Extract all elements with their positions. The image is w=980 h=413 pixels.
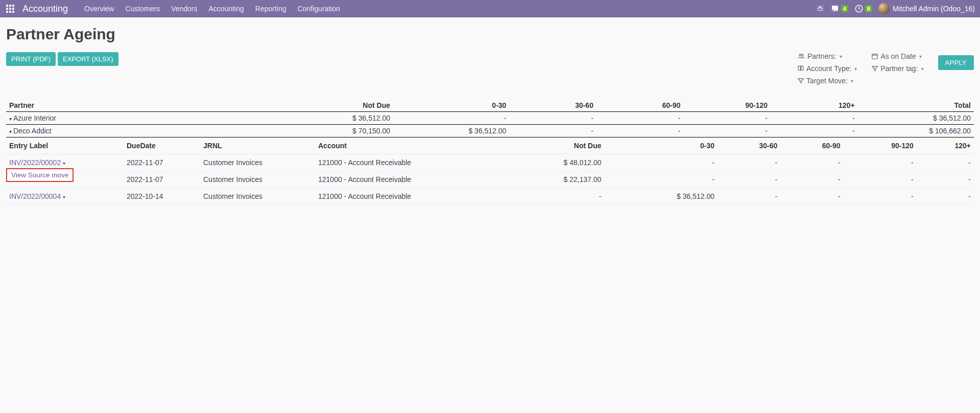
nav-overview[interactable]: Overview xyxy=(84,5,114,13)
user-menu[interactable]: Mitchell Admin (Odoo_16) xyxy=(878,3,975,14)
col-60-90: 60-90 xyxy=(596,99,684,112)
navbar-left: Accounting Overview Customers Vendors Ac… xyxy=(5,4,340,14)
cell-0-30: $ 36,512.00 xyxy=(605,188,718,205)
cell-not-due: $ 48,012.00 xyxy=(491,154,605,171)
col-total: Total xyxy=(858,99,974,112)
col-0-30: 0-30 xyxy=(393,99,509,112)
caret-down-icon[interactable]: ▾ xyxy=(63,160,65,166)
cell-60-90: - xyxy=(596,125,684,137)
filter-icon xyxy=(871,65,878,72)
cell-30-60: - xyxy=(718,188,780,205)
cell-30-60: - xyxy=(718,154,780,171)
filter-as-on-date[interactable]: As on Date ▾ xyxy=(871,52,923,60)
svg-rect-3 xyxy=(6,8,8,10)
avatar xyxy=(878,3,890,14)
nav-vendors[interactable]: Vendors xyxy=(171,5,197,13)
filter-account-type-label: Account Type: xyxy=(806,64,851,73)
svg-point-11 xyxy=(799,54,801,56)
nav-menu: Overview Customers Vendors Accounting Re… xyxy=(84,5,340,13)
svg-rect-8 xyxy=(12,11,14,13)
col-partner: Partner xyxy=(6,99,297,112)
nav-reporting[interactable]: Reporting xyxy=(255,5,286,13)
caret-down-icon: ▾ xyxy=(921,66,924,72)
app-brand[interactable]: Accounting xyxy=(22,4,68,14)
summary-row-deco[interactable]: ▾Deco Addict $ 70,150.00 $ 36,512.00 - -… xyxy=(6,125,974,137)
cell-total: $ 36,512.00 xyxy=(858,112,974,125)
apply-button[interactable]: APPLY xyxy=(938,55,974,70)
navbar-right: 4 8 Mitchell Admin (Odoo_16) xyxy=(816,3,975,14)
cell-0-30: - xyxy=(605,154,718,171)
col-90-120: 90-120 xyxy=(843,137,916,154)
cell-120: - xyxy=(771,125,858,137)
cell-60-90: - xyxy=(596,112,684,125)
activities-icon[interactable]: 8 xyxy=(854,4,872,13)
filter-icon xyxy=(797,77,804,84)
col-jrnl: JRNL xyxy=(200,137,315,154)
cell-60-90: - xyxy=(780,188,843,205)
cell-0-30: - xyxy=(605,171,718,188)
debug-icon[interactable] xyxy=(816,5,824,13)
cell-90-120: - xyxy=(843,171,916,188)
detail-header-row: Entry Label DueDate JRNL Account Not Due… xyxy=(6,137,974,154)
calendar-icon xyxy=(871,53,878,60)
nav-customers[interactable]: Customers xyxy=(125,5,160,13)
cell-jrnl: Customer Invoices xyxy=(200,154,315,171)
messages-badge: 4 xyxy=(841,5,848,12)
cell-not-due: $ 36,512.00 xyxy=(297,112,394,125)
cell-90-120: - xyxy=(683,125,771,137)
cell-due: 2022-11-07 xyxy=(124,154,200,171)
cell-jrnl: Customer Invoices xyxy=(200,171,315,188)
cell-60-90: - xyxy=(780,154,843,171)
svg-point-12 xyxy=(802,54,804,56)
users-icon xyxy=(797,53,805,60)
filter-target-move[interactable]: Target Move: ▾ xyxy=(797,77,857,85)
svg-rect-0 xyxy=(6,5,8,7)
cell-account: 121000 - Account Receivable xyxy=(315,171,491,188)
svg-rect-5 xyxy=(12,8,14,10)
cell-120: - xyxy=(917,188,974,205)
export-xlsx-button[interactable]: EXPORT (XLSX) xyxy=(58,52,118,66)
partner-name: Deco Addict xyxy=(13,127,52,135)
cell-account: 121000 - Account Receivable xyxy=(315,188,491,205)
top-navbar: Accounting Overview Customers Vendors Ac… xyxy=(0,0,980,17)
apply-cell: APPLY xyxy=(938,55,974,70)
nav-accounting[interactable]: Accounting xyxy=(208,5,244,13)
print-pdf-button[interactable]: PRINT (PDF) xyxy=(6,52,56,66)
left-actions: PRINT (PDF) EXPORT (XLSX) xyxy=(6,52,118,66)
entry-link[interactable]: INV/2022/00002 xyxy=(9,158,61,167)
col-not-due: Not Due xyxy=(491,137,605,154)
filter-target-move-label: Target Move: xyxy=(806,77,848,85)
caret-down-icon: ▾ xyxy=(919,54,922,59)
messages-icon[interactable]: 4 xyxy=(830,4,848,13)
partner-name: Azure Interior xyxy=(13,114,56,122)
filter-partners-label: Partners: xyxy=(807,52,836,60)
caret-down-icon: ▾ xyxy=(840,54,842,59)
col-120: 120+ xyxy=(917,137,974,154)
cell-30-60: - xyxy=(509,112,596,125)
filter-partners[interactable]: Partners: ▾ xyxy=(797,52,857,60)
filter-partner-tag[interactable]: Partner tag: ▾ xyxy=(871,64,923,73)
caret-down-icon: ▾ xyxy=(854,66,857,72)
detail-row: INV/2022/00002▾ 2022-11-07 Customer Invo… xyxy=(6,154,974,171)
caret-down-icon[interactable]: ▾ xyxy=(63,194,65,200)
cell-not-due: $ 22,137.00 xyxy=(491,171,605,188)
entry-link[interactable]: INV/2022/00004 xyxy=(9,192,61,200)
book-icon xyxy=(797,65,804,72)
col-0-30: 0-30 xyxy=(605,137,718,154)
activities-badge: 8 xyxy=(865,5,872,12)
caret-down-icon: ▾ xyxy=(851,78,853,84)
right-filters: As on Date ▾ Account Type: ▾ Partners: ▾… xyxy=(797,52,974,85)
nav-configuration[interactable]: Configuration xyxy=(297,5,340,13)
cell-30-60: - xyxy=(509,125,596,137)
summary-row-azure[interactable]: ▾Azure Interior $ 36,512.00 - - - - - $ … xyxy=(6,112,974,125)
apps-icon[interactable] xyxy=(5,4,15,14)
cell-0-30: $ 36,512.00 xyxy=(393,125,509,137)
cell-90-120: - xyxy=(843,154,916,171)
caret-down-icon: ▾ xyxy=(9,116,12,122)
svg-rect-7 xyxy=(9,11,11,13)
filter-as-on-date-label: As on Date xyxy=(880,52,916,60)
cell-0-30: - xyxy=(393,112,509,125)
detail-table: Entry Label DueDate JRNL Account Not Due… xyxy=(6,137,974,205)
filter-account-type[interactable]: Account Type: ▾ xyxy=(797,64,857,73)
entry-dropdown-view-source[interactable]: View Source move xyxy=(6,168,74,182)
